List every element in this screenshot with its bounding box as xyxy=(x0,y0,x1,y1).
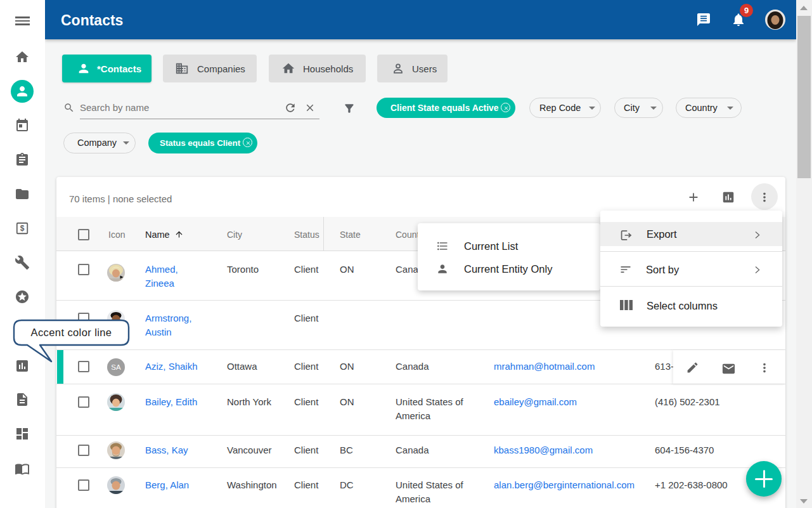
svg-text:$: $ xyxy=(20,224,25,233)
